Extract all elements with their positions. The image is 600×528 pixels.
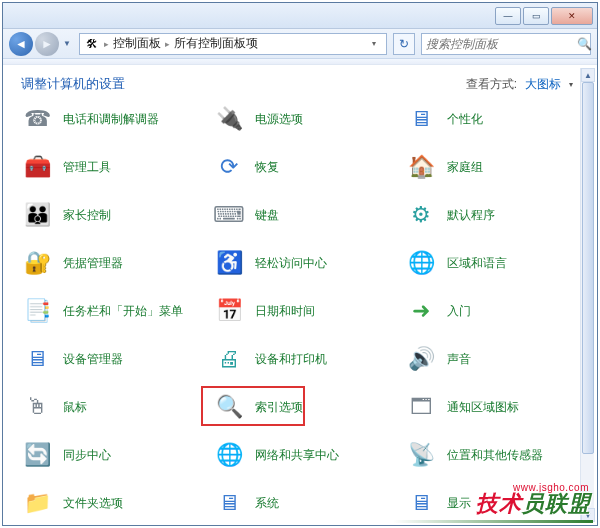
- power-options-icon: 🔌: [213, 103, 245, 135]
- network-sharing-icon: 🌐: [213, 439, 245, 471]
- vertical-scrollbar[interactable]: ▲ ▼: [580, 68, 594, 522]
- cp-item-recovery[interactable]: ⟳恢复: [209, 151, 397, 183]
- sync-center-icon: 🔄: [21, 439, 53, 471]
- cp-item-notification-icons[interactable]: 🗔通知区域图标: [401, 391, 589, 423]
- cp-item-region-language[interactable]: 🌐区域和语言: [401, 247, 589, 279]
- cp-item-label: 网络和共享中心: [255, 447, 339, 464]
- titlebar: — ▭ ✕: [3, 3, 597, 29]
- cp-item-default-programs[interactable]: ⚙默认程序: [401, 199, 589, 231]
- mouse-icon: 🖱: [21, 391, 53, 423]
- minimize-button[interactable]: —: [495, 7, 521, 25]
- scrollbar-thumb[interactable]: [582, 82, 594, 454]
- cp-item-label: 文件夹选项: [63, 495, 123, 512]
- cp-item-label: 管理工具: [63, 159, 111, 176]
- nav-history-dropdown[interactable]: ▼: [61, 34, 73, 54]
- view-value-link[interactable]: 大图标: [525, 76, 561, 93]
- cp-item-label: 设备管理器: [63, 351, 123, 368]
- cp-item-credential-manager[interactable]: 🔐凭据管理器: [17, 247, 205, 279]
- cp-item-indexing-options[interactable]: 🔍索引选项: [209, 391, 397, 423]
- cp-item-label: 入门: [447, 303, 471, 320]
- cp-item-homegroup[interactable]: 🏠家庭组: [401, 151, 589, 183]
- breadcrumb-seg-2[interactable]: 所有控制面板项: [174, 35, 258, 52]
- cp-item-label: 通知区域图标: [447, 399, 519, 416]
- devices-printers-icon: 🖨: [213, 343, 245, 375]
- cp-item-taskbar-startmenu[interactable]: 📑任务栏和「开始」菜单: [17, 295, 205, 327]
- cp-item-getting-started[interactable]: ➜入门: [401, 295, 589, 327]
- cp-item-mouse[interactable]: 🖱鼠标: [17, 391, 205, 423]
- cp-item-label: 显示: [447, 495, 471, 512]
- breadcrumb-sep-icon: ▸: [104, 39, 109, 49]
- recovery-icon: ⟳: [213, 151, 245, 183]
- cp-item-label: 凭据管理器: [63, 255, 123, 272]
- cp-item-label: 恢复: [255, 159, 279, 176]
- cp-item-label: 家庭组: [447, 159, 483, 176]
- cp-item-sound[interactable]: 🔊声音: [401, 343, 589, 375]
- scroll-up-button[interactable]: ▲: [581, 68, 595, 82]
- default-programs-icon: ⚙: [405, 199, 437, 231]
- items-pane: ☎电话和调制解调器🔌电源选项🖥个性化🧰管理工具⟳恢复🏠家庭组👪家长控制⌨键盘⚙默…: [3, 97, 597, 528]
- cp-item-devices-printers[interactable]: 🖨设备和打印机: [209, 343, 397, 375]
- breadcrumb[interactable]: 🛠 ▸ 控制面板 ▸ 所有控制面板项 ▾: [79, 33, 387, 55]
- cp-item-keyboard[interactable]: ⌨键盘: [209, 199, 397, 231]
- cp-item-label: 鼠标: [63, 399, 87, 416]
- region-language-icon: 🌐: [405, 247, 437, 279]
- getting-started-icon: ➜: [405, 295, 437, 327]
- cp-item-label: 设备和打印机: [255, 351, 327, 368]
- view-selector: 查看方式: 大图标 ▾: [466, 76, 573, 93]
- breadcrumb-sep-icon: ▸: [165, 39, 170, 49]
- cp-item-display[interactable]: 🖥显示: [401, 487, 589, 519]
- folder-options-icon: 📁: [21, 487, 53, 519]
- cp-item-network-sharing[interactable]: 🌐网络和共享中心: [209, 439, 397, 471]
- search-field[interactable]: 🔍: [421, 33, 591, 55]
- page-title: 调整计算机的设置: [21, 75, 125, 93]
- back-button[interactable]: ◄: [9, 32, 33, 56]
- keyboard-icon: ⌨: [213, 199, 245, 231]
- breadcrumb-seg-1[interactable]: 控制面板: [113, 35, 161, 52]
- parental-controls-icon: 👪: [21, 199, 53, 231]
- cp-item-device-manager[interactable]: 🖥设备管理器: [17, 343, 205, 375]
- cp-item-label: 键盘: [255, 207, 279, 224]
- cp-item-personalization[interactable]: 🖥个性化: [401, 103, 589, 135]
- view-dropdown-icon[interactable]: ▾: [569, 80, 573, 89]
- address-bar-row: ◄ ► ▼ 🛠 ▸ 控制面板 ▸ 所有控制面板项 ▾ ↻ 🔍: [3, 29, 597, 59]
- sound-icon: 🔊: [405, 343, 437, 375]
- taskbar-startmenu-icon: 📑: [21, 295, 53, 327]
- cp-item-power-options[interactable]: 🔌电源选项: [209, 103, 397, 135]
- homegroup-icon: 🏠: [405, 151, 437, 183]
- cp-item-date-time[interactable]: 📅日期和时间: [209, 295, 397, 327]
- device-manager-icon: 🖥: [21, 343, 53, 375]
- items-grid: ☎电话和调制解调器🔌电源选项🖥个性化🧰管理工具⟳恢复🏠家庭组👪家长控制⌨键盘⚙默…: [17, 103, 589, 528]
- cp-item-phone-modem[interactable]: ☎电话和调制解调器: [17, 103, 205, 135]
- cp-item-sync-center[interactable]: 🔄同步中心: [17, 439, 205, 471]
- close-button[interactable]: ✕: [551, 7, 593, 25]
- cp-item-label: 家长控制: [63, 207, 111, 224]
- cp-item-label: 日期和时间: [255, 303, 315, 320]
- nav-arrows: ◄ ► ▼: [9, 32, 73, 56]
- system-icon: 🖥: [213, 487, 245, 519]
- cp-item-location-sensors[interactable]: 📡位置和其他传感器: [401, 439, 589, 471]
- date-time-icon: 📅: [213, 295, 245, 327]
- forward-button[interactable]: ►: [35, 32, 59, 56]
- scroll-down-button[interactable]: ▼: [581, 508, 595, 522]
- indexing-options-icon: 🔍: [213, 391, 245, 423]
- cp-item-label: 同步中心: [63, 447, 111, 464]
- maximize-button[interactable]: ▭: [523, 7, 549, 25]
- header-row: 调整计算机的设置 查看方式: 大图标 ▾: [3, 65, 597, 97]
- cp-item-label: 轻松访问中心: [255, 255, 327, 272]
- cp-item-folder-options[interactable]: 📁文件夹选项: [17, 487, 205, 519]
- cp-item-label: 位置和其他传感器: [447, 447, 543, 464]
- personalization-icon: 🖥: [405, 103, 437, 135]
- cp-item-label: 任务栏和「开始」菜单: [63, 303, 183, 320]
- cp-item-label: 区域和语言: [447, 255, 507, 272]
- cp-item-label: 电话和调制解调器: [63, 111, 159, 128]
- refresh-button[interactable]: ↻: [393, 33, 415, 55]
- view-label: 查看方式:: [466, 76, 517, 93]
- cp-item-admin-tools[interactable]: 🧰管理工具: [17, 151, 205, 183]
- cp-item-label: 电源选项: [255, 111, 303, 128]
- breadcrumb-dropdown[interactable]: ▾: [366, 39, 382, 48]
- cp-item-ease-of-access[interactable]: ♿轻松访问中心: [209, 247, 397, 279]
- control-panel-window: — ▭ ✕ ◄ ► ▼ 🛠 ▸ 控制面板 ▸ 所有控制面板项 ▾ ↻ 🔍 调整计…: [2, 2, 598, 526]
- search-input[interactable]: [426, 37, 577, 51]
- cp-item-parental-controls[interactable]: 👪家长控制: [17, 199, 205, 231]
- cp-item-system[interactable]: 🖥系统: [209, 487, 397, 519]
